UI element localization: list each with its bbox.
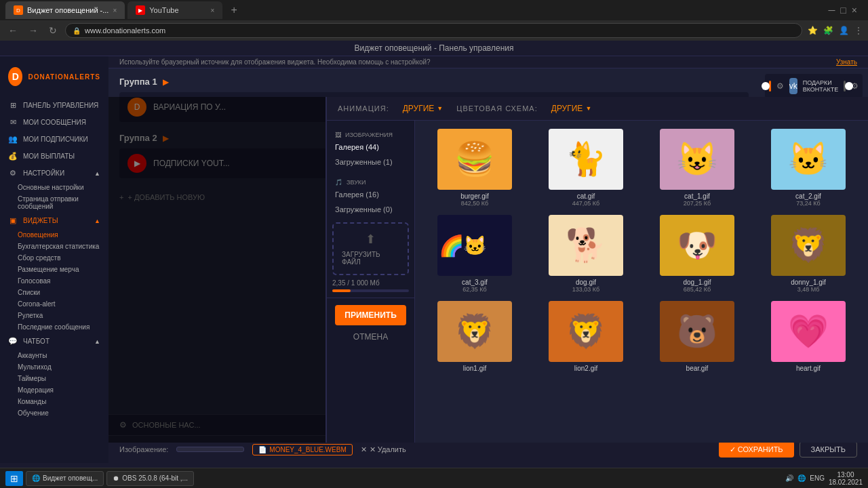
gallery-thumb-dog[interactable]: 🐕 (549, 215, 623, 276)
sidebar-item-lists[interactable]: Списки (18, 287, 108, 298)
chatbot-expand-icon: ▲ (94, 338, 100, 345)
gallery-thumb-bear[interactable]: 🐻 (660, 301, 734, 362)
progress-bar (332, 289, 409, 292)
sidebar-item-accounts[interactable]: Аккаунты (18, 350, 108, 361)
sidebar-item-training[interactable]: Обучение (18, 407, 108, 419)
group-1-play-icon[interactable]: ▶ (163, 77, 169, 87)
gallery-item-cat1: 😺 cat_1.gif 207,25 Кб (646, 129, 749, 207)
gallery-thumb-cat1[interactable]: 😺 (660, 129, 734, 190)
nav-uploaded[interactable]: Загруженные (1) (327, 155, 414, 169)
nav-sounds-gallery[interactable]: Галерея (16) (327, 187, 414, 202)
sidebar-item-stats[interactable]: Бухгалтерская статистика (18, 241, 108, 252)
sidebar-item-commands[interactable]: Команды (18, 396, 108, 407)
url-text: www.donationalerts.com (85, 26, 165, 35)
taskbar-lang: ENG (810, 474, 825, 482)
cat2-name: cat_2.gif (795, 192, 821, 200)
refresh-button[interactable]: ↻ (46, 24, 60, 37)
cancel-button[interactable]: ОТМЕНА (335, 329, 406, 344)
vk-widget-toggle[interactable] (769, 81, 771, 92)
page-title-bar: Виджет оповещений - Панель управления (0, 41, 868, 56)
gallery-thumb-heart[interactable]: 💗 (771, 301, 846, 362)
gallery-thumb-cat3[interactable]: 🌈 🐱 (437, 215, 512, 276)
color-dropdown[interactable]: ДРУГИЕ ▼ (551, 104, 592, 113)
vk-widget-gear[interactable]: ⚙ (776, 81, 784, 91)
gallery-thumb-dog1[interactable]: 🐶 (660, 215, 734, 276)
sidebar-item-widgets[interactable]: ▣ ВИДЖЕТЫ ▲ (0, 212, 108, 229)
vk-widget-toggle-2[interactable] (844, 81, 846, 92)
sidebar-item-voice[interactable]: Голосовая (18, 275, 108, 287)
browser-close[interactable]: × (852, 5, 857, 16)
browser-minimize[interactable]: ─ (828, 5, 835, 16)
widgets-icon: ▣ (8, 216, 18, 225)
sidebar-item-payouts[interactable]: 💰 МОИ ВЫПЛАТЫ (0, 148, 108, 165)
apply-button[interactable]: ПРИМЕНИТЬ (335, 305, 406, 325)
sidebar-item-chatbot[interactable]: 💬 ЧАТБОТ ▲ (0, 333, 108, 350)
tab-close-1[interactable]: × (113, 7, 117, 14)
animation-dropdown[interactable]: ДРУГИЕ ▼ (403, 104, 443, 113)
start-button[interactable]: ⊞ (5, 471, 23, 486)
gallery-thumb-lion2[interactable]: 🦁 (549, 301, 623, 362)
gallery-thumb-cat[interactable]: 🐈 (549, 129, 623, 190)
delete-button[interactable]: ✕ ✕ Удалить (361, 445, 406, 454)
sidebar-item-subscribers[interactable]: 👥 МОИ ПОДПИСЧИКИ (0, 131, 108, 148)
sidebar-item-dashboard[interactable]: ⊞ ПАНЕЛЬ УПРАВЛЕНИЯ (0, 97, 108, 114)
menu-icon[interactable]: ⋮ (854, 26, 863, 35)
upload-zone[interactable]: ⬆ ЗАГРУЗИТЬ ФАЙЛ (332, 222, 409, 275)
tab-label-2: YouTube (149, 6, 178, 14)
sidebar-item-page-settings[interactable]: Страница отправки сообщений (18, 193, 108, 212)
info-link[interactable]: Узнать (836, 58, 857, 66)
upload-section: ⬆ ЗАГРУЗИТЬ ФАЙЛ 2,35 / 1 000 Мб (327, 217, 414, 298)
taskbar-network-icon[interactable]: 🌐 (797, 474, 806, 482)
sidebar-item-timers[interactable]: Таймеры (18, 373, 108, 384)
browser-restore[interactable]: □ (840, 5, 846, 16)
taskbar-item-obs[interactable]: ⏺ OBS 25.0.8 (64-bit ,... (106, 471, 194, 486)
stats-label: Бухгалтерская статистика (18, 243, 99, 250)
gallery-item-heart: 💗 heart.gif (757, 301, 860, 372)
taskbar-item-browser[interactable]: 🌐 Виджет оповещ... (26, 471, 104, 486)
tab-donationalerts[interactable]: D Виджет оповещений -... × (5, 1, 125, 19)
gallery-thumb-cat2[interactable]: 🐱 (771, 129, 846, 190)
close-button[interactable]: ЗАКРЫТЬ (800, 441, 857, 458)
save-button[interactable]: ✓ СОХРАНИТЬ (719, 441, 794, 458)
account-icon[interactable]: 👤 (839, 26, 849, 35)
tab-close-2[interactable]: × (210, 7, 214, 14)
sidebar-item-multiuser[interactable]: Мультиход (18, 361, 108, 373)
sidebar-item-basic-settings[interactable]: Основные настройки (18, 182, 108, 193)
sidebar-item-recent-messages[interactable]: Последние сообщения (18, 321, 108, 333)
group-1-title: Группа 1 (119, 77, 157, 87)
modal-actions: ПРИМЕНИТЬ ОТМЕНА (327, 298, 414, 351)
delete-label: ✕ Удалить (370, 445, 406, 454)
gallery-thumb-lion1[interactable]: 🦁 (437, 301, 512, 362)
chatbot-sub: Аккаунты Мультиход Таймеры Модерация Ком… (0, 350, 108, 419)
tab-youtube[interactable]: ▶ YouTube × (127, 1, 222, 19)
sidebar-logo: D DONATIONALERTS (0, 62, 108, 97)
chatbot-icon: 💬 (8, 337, 18, 346)
upload-progress: 2,35 / 1 000 Мб (332, 279, 409, 292)
nav-sounds-uploaded[interactable]: Загруженные (0) (327, 202, 414, 217)
nav-gallery[interactable]: Галерея (44) (327, 140, 414, 155)
bookmark-icon[interactable]: ⭐ (808, 26, 818, 35)
sounds-gallery-label: Галерея (16) (335, 190, 379, 199)
sidebar-item-roulette[interactable]: Рулетка (18, 310, 108, 321)
new-tab-button[interactable]: + (225, 1, 243, 19)
back-button[interactable]: ← (5, 24, 20, 37)
extensions-icon[interactable]: 🧩 (823, 26, 833, 35)
dog-name: dog.gif (576, 279, 596, 286)
forward-button[interactable]: → (26, 24, 41, 37)
sidebar-item-settings[interactable]: ⚙ НАСТРОЙКИ ▲ (0, 165, 108, 182)
sidebar-item-moderation[interactable]: Модерация (18, 384, 108, 396)
sidebar-item-messages[interactable]: ✉ МОИ СООБЩЕНИЯ (0, 114, 108, 131)
progress-fill (332, 289, 351, 292)
gallery-thumb-burger[interactable]: 🍔 (437, 129, 512, 190)
taskbar-sound-icon[interactable]: 🔊 (785, 474, 793, 482)
sidebar-item-alerts[interactable]: Оповещения (18, 229, 108, 241)
image-label: Изображение: (119, 445, 168, 453)
url-bar[interactable]: 🔒 www.donationalerts.com (65, 23, 802, 38)
taskbar-date-value: 18.02.2021 (829, 479, 863, 486)
image-input[interactable] (176, 447, 244, 452)
color-dropdown-arrow: ▼ (585, 105, 591, 112)
gallery-thumb-donny[interactable]: 🦁 (771, 215, 846, 276)
sidebar-item-corona[interactable]: Corona-alert (18, 298, 108, 310)
sidebar-item-fundraising[interactable]: Сбор средств (18, 252, 108, 264)
sidebar-item-merch[interactable]: Размещение мерча (18, 264, 108, 275)
